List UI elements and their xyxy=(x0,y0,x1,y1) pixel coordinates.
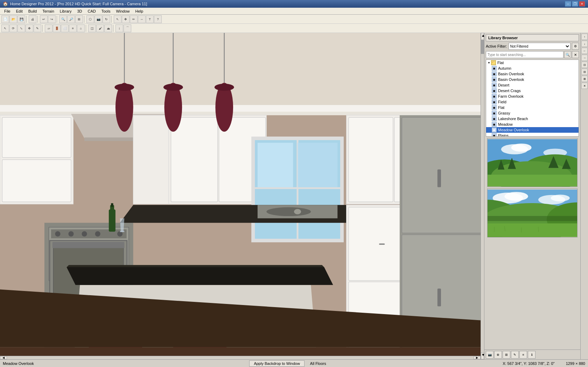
terrain2-button[interactable]: ⛰ xyxy=(104,25,112,32)
camera-panel-button[interactable]: 📷 xyxy=(486,351,493,359)
3d-viewport[interactable]: ▲ ▼ ◀ ▶ xyxy=(0,33,484,359)
library-tree[interactable]: ▼ 📁 Flat ▣ Autumn ▣ Basin Overlook ▣ Bas… xyxy=(486,60,579,137)
draw-button[interactable]: ✏ xyxy=(130,15,138,23)
dimension-button[interactable]: ↔ xyxy=(138,15,146,23)
menu-library[interactable]: Library xyxy=(57,8,75,14)
viewport-scrollbar[interactable]: ▲ ▼ xyxy=(481,33,484,359)
restore-button[interactable]: ❐ xyxy=(572,1,578,7)
tree-folder-flat[interactable]: ▼ 📁 Flat xyxy=(486,60,579,65)
scroll-left-button[interactable]: ◀ xyxy=(0,356,7,359)
item-icon: ▣ xyxy=(492,71,497,76)
tree-item-flat[interactable]: ▣ Flat xyxy=(486,105,579,110)
search-clear-button[interactable]: ✕ xyxy=(572,51,579,58)
search-input[interactable] xyxy=(486,51,564,58)
rotate-button[interactable]: ↻ xyxy=(103,15,110,23)
open-button[interactable]: 📂 xyxy=(9,15,17,23)
menu-window[interactable]: Window xyxy=(113,8,132,14)
scroll-thumb[interactable] xyxy=(481,40,484,54)
perspective-button[interactable]: ⬡ xyxy=(86,15,94,23)
print-button[interactable]: 🖨 xyxy=(29,15,36,23)
zoom-in-button[interactable]: 🔍 xyxy=(59,15,67,23)
new-button[interactable]: 📄 xyxy=(1,15,9,23)
h-scrollbar[interactable]: ◀ ▶ xyxy=(0,356,481,359)
menu-help[interactable]: Help xyxy=(133,8,146,14)
edge-btn-2[interactable]: ↓ xyxy=(581,41,588,47)
tree-item-desert[interactable]: ▣ Desert xyxy=(486,82,579,88)
edit-panel-button[interactable]: ✎ xyxy=(511,351,519,359)
svg-marker-41 xyxy=(66,265,324,267)
tree-item-field[interactable]: ▣ Field xyxy=(486,99,579,105)
menu-edit[interactable]: Edit xyxy=(13,8,26,14)
resize-button[interactable]: ⤡ xyxy=(18,25,25,32)
move-button[interactable]: ✥ xyxy=(122,15,130,23)
tree-item-meadow-overlook[interactable]: ▣ Meadow Overlook xyxy=(486,127,579,133)
tree-item-meadow[interactable]: ▣ Meadow xyxy=(486,122,579,127)
menu-terrain[interactable]: Terrain xyxy=(40,8,57,14)
scroll-right-button[interactable]: ▶ xyxy=(474,356,481,359)
edge-btn-8[interactable]: ✕ xyxy=(581,83,588,89)
pointer-button[interactable]: ↕ xyxy=(115,25,123,32)
collapse-icon: ▼ xyxy=(488,61,490,64)
menu-build[interactable]: Build xyxy=(26,8,40,14)
save-button[interactable]: 💾 xyxy=(18,15,25,23)
tree-item-desert-crags[interactable]: ▣ Desert Crags xyxy=(486,88,579,94)
edge-btn-3[interactable]: ← xyxy=(581,48,588,54)
wall-button[interactable]: ▱ xyxy=(45,25,52,32)
main-layout: ▲ ▼ ◀ ▶ Library Browser Active Filter: N… xyxy=(0,33,588,359)
tree-item-lakeshore-beach[interactable]: ▣ Lakeshore Beach xyxy=(486,116,579,122)
edge-btn-4[interactable]: → xyxy=(581,55,588,61)
close-button[interactable]: ✕ xyxy=(579,1,585,7)
info-panel-button[interactable]: ℹ xyxy=(528,351,536,359)
minimize-button[interactable]: ─ xyxy=(565,1,571,7)
rotate2-button[interactable]: ⟳ xyxy=(9,25,17,32)
item-label: Desert Crags xyxy=(498,89,521,93)
edge-btn-6[interactable]: ⊟ xyxy=(581,69,588,75)
door-button[interactable]: 🚪 xyxy=(53,25,61,32)
paint-button[interactable]: 🖌 xyxy=(96,25,104,32)
select2-button[interactable]: ↖ xyxy=(1,25,9,32)
tree-item-plains[interactable]: ▣ Plains xyxy=(486,133,579,137)
menu-3d[interactable]: 3D xyxy=(74,8,85,14)
edit2-button[interactable]: ✎ xyxy=(34,25,41,32)
scroll-down-button[interactable]: ▼ xyxy=(481,352,484,359)
tree-item-autumn[interactable]: ▣ Autumn xyxy=(486,65,579,71)
edge-btn-5[interactable]: ⊡ xyxy=(581,62,588,68)
scroll-up-button[interactable]: ▲ xyxy=(481,33,484,40)
toolbar-secondary: ↖ ⟳ ⤡ ✥ ✎ ▱ 🚪 ⬜ ≡ ⌂ ◫ 🖌 ⛰ ↕ ⌒ xyxy=(0,24,588,33)
menu-tools[interactable]: Tools xyxy=(99,8,113,14)
apply-backdrop-button[interactable]: Apply Backdrop to Window xyxy=(249,360,304,367)
edge-btn-7[interactable]: ⊞ xyxy=(581,76,588,82)
stairs-button[interactable]: ≡ xyxy=(69,25,77,32)
tree-item-basin-overlook[interactable]: ▣ Basin Overlook xyxy=(486,71,579,77)
search-button[interactable]: 🔍 xyxy=(564,51,571,58)
text-button[interactable]: T xyxy=(146,15,154,23)
layers-panel-button[interactable]: ≡ xyxy=(519,351,527,359)
filter-dropdown[interactable]: Not Filtered xyxy=(509,43,570,50)
target-panel-button[interactable]: ⊕ xyxy=(494,351,502,359)
help-button[interactable]: ? xyxy=(154,15,162,23)
edge-btn-1[interactable]: ↑ xyxy=(581,34,588,40)
filter-settings-button[interactable]: ⚙ xyxy=(572,43,579,50)
menu-file[interactable]: File xyxy=(1,8,13,14)
arc-button[interactable]: ⌒ xyxy=(124,25,131,32)
material-button[interactable]: ◫ xyxy=(88,25,96,32)
item-icon: ▣ xyxy=(492,88,497,93)
redo-button[interactable]: ↪ xyxy=(48,15,56,23)
move2-button[interactable]: ✥ xyxy=(26,25,33,32)
camera-button[interactable]: 📷 xyxy=(94,15,102,23)
item-icon: ▣ xyxy=(492,133,497,137)
grid-panel-button[interactable]: ⊞ xyxy=(503,351,510,359)
zoom-out-button[interactable]: 🔎 xyxy=(67,15,75,23)
zoom-fit-button[interactable]: ⊞ xyxy=(75,15,83,23)
tree-item-grassy[interactable]: ▣ Grassy xyxy=(486,110,579,116)
select-button[interactable]: ↖ xyxy=(114,15,121,23)
svg-rect-9 xyxy=(2,160,71,202)
undo-button[interactable]: ↩ xyxy=(40,15,48,23)
svg-rect-112 xyxy=(488,216,577,221)
menu-cad[interactable]: CAD xyxy=(85,8,98,14)
window-button[interactable]: ⬜ xyxy=(61,25,69,32)
roof-button[interactable]: ⌂ xyxy=(77,25,85,32)
tree-item-cane-field[interactable]: ▣ Basin Overlook xyxy=(486,77,579,82)
sep1 xyxy=(26,16,28,23)
tree-item-farm-overlook[interactable]: ▣ Farm Overlook xyxy=(486,94,579,99)
